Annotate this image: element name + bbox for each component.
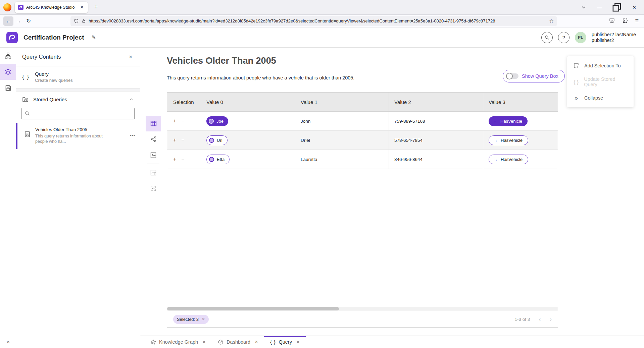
select-box-icon <box>150 185 157 192</box>
entity-pill[interactable]: Etta <box>206 155 230 164</box>
relationship-label: HasVehicle <box>501 138 523 143</box>
pocket-icon[interactable] <box>609 18 615 24</box>
forward-button[interactable]: → <box>13 16 23 26</box>
tab-query[interactable]: { } Query ✕ <box>264 336 306 348</box>
entity-pill[interactable]: Uri <box>206 135 228 145</box>
toolstrip-divider <box>147 164 159 164</box>
tab-knowledge-graph[interactable]: Knowledge Graph ✕ <box>144 336 212 348</box>
selection-tool-button[interactable] <box>146 180 161 196</box>
search-icon <box>544 35 550 40</box>
row-select-plus-button[interactable]: + <box>173 156 176 162</box>
menu-label: Add Selection To <box>584 63 621 68</box>
rail-data-model-button[interactable] <box>0 48 16 64</box>
column-header-value1[interactable]: Value 1 <box>295 93 389 111</box>
rail-contents-button[interactable] <box>0 64 16 80</box>
row-select-minus-button[interactable]: − <box>181 156 184 162</box>
table-view-button[interactable] <box>146 116 161 131</box>
help-button[interactable]: ? <box>558 32 569 43</box>
new-map-view-button[interactable] <box>146 165 161 180</box>
dashboard-gauge-icon <box>218 339 224 345</box>
menu-item-add-selection-to[interactable]: Add Selection To <box>567 58 634 74</box>
reload-button[interactable]: ↻ <box>23 16 34 26</box>
entity-label: Joe <box>216 119 224 124</box>
selected-count-chip[interactable]: Selected: 3 ✕ <box>173 315 209 324</box>
tab-close-icon[interactable]: ✕ <box>202 340 206 344</box>
panel-close-icon[interactable]: ✕ <box>127 53 134 61</box>
stored-queries-search-input[interactable] <box>21 108 135 119</box>
tab-dashboard[interactable]: Dashboard ✕ <box>212 336 264 348</box>
chevron-up-icon[interactable] <box>129 97 134 102</box>
tab-label: Knowledge Graph <box>159 339 198 345</box>
column-header-selection[interactable]: Selection <box>167 93 201 111</box>
user-info[interactable]: publisher2 lastName publisher2 <box>592 32 638 43</box>
browser-tab-active[interactable]: ArcGIS Knowledge Studio ✕ <box>15 2 88 13</box>
selected-count-label: Selected: 3 <box>177 317 199 322</box>
map-view-button[interactable] <box>146 147 161 163</box>
bottom-tab-bar: Knowledge Graph ✕ Dashboard ✕ { } Query … <box>140 336 644 348</box>
save-icon <box>5 85 11 91</box>
firefox-logo-icon[interactable] <box>3 3 11 11</box>
link-chart-view-button[interactable] <box>146 131 161 147</box>
horizontal-scrollbar[interactable] <box>167 307 558 311</box>
rail-expand-button[interactable]: » <box>0 339 16 345</box>
stored-query-item[interactable]: Vehicles Older Than 2005 This query retu… <box>16 123 140 149</box>
extensions-puzzle-icon[interactable] <box>622 18 628 24</box>
menu-item-collapse[interactable]: » Collapse <box>567 90 634 106</box>
knowledge-graph-icon <box>150 339 156 345</box>
menu-label: Update Stored Query <box>584 76 628 87</box>
edit-title-pencil-icon[interactable]: ✎ <box>92 34 96 41</box>
arcgis-favicon-icon <box>18 5 23 10</box>
browser-tabstrip: ArcGIS Knowledge Studio ✕ + — ✕ <box>0 0 644 15</box>
bookmark-star-icon[interactable]: ☆ <box>549 18 554 24</box>
column-header-value2[interactable]: Value 2 <box>389 93 483 111</box>
new-tab-button[interactable]: + <box>93 4 99 11</box>
window-restore-button[interactable] <box>612 3 621 12</box>
shield-icon[interactable] <box>74 18 79 23</box>
avatar[interactable]: PL <box>575 32 586 43</box>
stored-query-more-button[interactable]: ••• <box>130 133 135 138</box>
clear-selection-icon[interactable]: ✕ <box>202 317 205 322</box>
entity-pill[interactable]: Joe <box>206 116 228 126</box>
column-header-value3[interactable]: Value 3 <box>483 93 558 111</box>
cell-name: Lauretta <box>295 150 389 169</box>
tab-close-icon[interactable]: ✕ <box>296 340 300 344</box>
back-button[interactable]: ← <box>3 16 13 26</box>
cell-name: Uriel <box>295 131 389 150</box>
stored-queries-title: Stored Queries <box>33 97 124 102</box>
braces-icon: { } <box>270 339 276 345</box>
braces-icon: { } <box>22 74 30 80</box>
prev-page-button[interactable]: ‹ <box>539 315 541 323</box>
menu-hamburger-icon[interactable]: ≡ <box>635 17 639 24</box>
stored-query-doc-icon <box>24 131 31 137</box>
tab-close-icon[interactable]: ✕ <box>79 4 85 11</box>
search-icon <box>24 111 30 116</box>
page-title: Vehicles Older Than 2005 <box>167 56 276 66</box>
relationship-pill[interactable]: → HasVehicle <box>489 155 528 164</box>
tabs-dropdown-icon[interactable] <box>581 5 586 10</box>
row-select-plus-button[interactable]: + <box>173 137 176 143</box>
relationship-pill[interactable]: → HasVehicle <box>489 116 528 126</box>
tab-close-icon[interactable]: ✕ <box>255 340 258 344</box>
relationship-pill[interactable]: → HasVehicle <box>489 135 528 145</box>
scrollbar-thumb[interactable] <box>167 307 339 310</box>
show-query-box-toggle[interactable]: Show Query Box <box>503 70 565 82</box>
column-header-value0[interactable]: Value 0 <box>201 93 295 111</box>
window-minimize-button[interactable]: — <box>595 3 604 12</box>
lock-icon[interactable] <box>82 18 86 23</box>
toggle-switch[interactable] <box>506 73 518 79</box>
menu-item-update-stored-query[interactable]: { } Update Stored Query <box>567 74 634 90</box>
query-create-item[interactable]: { } Query Create new queries <box>16 66 140 89</box>
row-select-plus-button[interactable]: + <box>173 118 176 124</box>
row-select-minus-button[interactable]: − <box>181 118 184 124</box>
url-bar[interactable]: https://dev0028833.esri.com/portal/apps/… <box>70 16 557 26</box>
search-button[interactable] <box>541 32 553 43</box>
window-close-button[interactable]: ✕ <box>630 3 639 12</box>
stored-query-title: Vehicles Older Than 2005 <box>35 127 125 132</box>
rail-save-button[interactable] <box>0 80 16 96</box>
menu-label: Collapse <box>584 95 603 101</box>
stored-queries-header[interactable]: Stored Queries <box>16 92 140 106</box>
project-title: Certification Project <box>23 34 84 41</box>
row-select-minus-button[interactable]: − <box>181 137 184 143</box>
query-item-subtitle: Create new queries <box>35 78 73 83</box>
next-page-button[interactable]: › <box>550 315 552 323</box>
